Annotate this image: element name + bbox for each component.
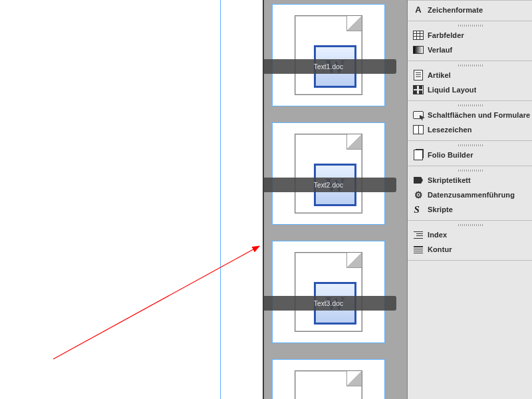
panel-group: Folio Builder bbox=[408, 141, 532, 166]
script-label-icon bbox=[413, 175, 424, 186]
panel-label: Folio Builder bbox=[428, 151, 473, 159]
linked-file-name: Text1.doc bbox=[314, 63, 344, 70]
gradient-icon bbox=[413, 45, 424, 55]
linked-file-frame[interactable]: W Text3.doc bbox=[272, 241, 385, 343]
panel-verlauf[interactable]: Verlauf bbox=[408, 43, 532, 57]
liquid-layout-icon bbox=[413, 84, 424, 95]
document-canvas[interactable] bbox=[0, 0, 263, 399]
panel-grip[interactable] bbox=[408, 103, 532, 108]
word-document-icon: W bbox=[295, 134, 362, 213]
linked-file-caption: Text1.doc bbox=[263, 59, 396, 74]
panel-skripte[interactable]: S Skripte bbox=[408, 202, 532, 217]
panel-label: Datenzusammenführung bbox=[428, 191, 515, 199]
panel-label: Index bbox=[428, 231, 447, 239]
panel-grip[interactable] bbox=[408, 223, 532, 227]
panel-dock: A Zeichenformate Farbfelder Verlauf Arti… bbox=[407, 0, 532, 399]
panel-label: Kontur bbox=[428, 245, 452, 253]
word-document-icon: W bbox=[295, 252, 362, 332]
panel-skriptetikett[interactable]: Skriptetikett bbox=[408, 173, 532, 188]
panel-label: Skriptetikett bbox=[428, 176, 471, 184]
panel-label: Skripte bbox=[428, 205, 453, 213]
scripts-icon: S bbox=[413, 204, 424, 215]
panel-grip[interactable] bbox=[408, 143, 532, 148]
placed-file-frames: W Text1.doc W Text2.doc W Text3.doc W bbox=[272, 4, 385, 399]
linked-file-caption: Text3.doc bbox=[263, 296, 396, 311]
panel-label: Lesezeichen bbox=[428, 126, 472, 134]
linked-file-frame[interactable]: W Text2.doc bbox=[272, 122, 385, 225]
panel-label: Verlauf bbox=[428, 46, 452, 54]
character-styles-icon: A bbox=[413, 5, 424, 15]
linked-file-name: Text2.doc bbox=[314, 182, 344, 189]
panel-label: Farbfelder bbox=[428, 31, 464, 39]
panel-grip[interactable] bbox=[408, 23, 532, 28]
panel-folio-builder[interactable]: Folio Builder bbox=[408, 148, 532, 162]
swatches-icon bbox=[413, 30, 424, 41]
panel-label: Liquid Layout bbox=[428, 86, 476, 94]
panel-grip[interactable] bbox=[408, 168, 532, 173]
linked-file-caption: Text2.doc bbox=[263, 178, 396, 192]
index-icon bbox=[413, 229, 424, 240]
panel-lesezeichen[interactable]: Lesezeichen bbox=[408, 122, 532, 137]
dock-filler bbox=[408, 261, 532, 399]
folio-icon bbox=[413, 150, 424, 160]
linked-file-frame[interactable]: W bbox=[272, 359, 385, 399]
margin-guide bbox=[0, 0, 221, 399]
app-root: W Text1.doc W Text2.doc W Text3.doc W A … bbox=[0, 0, 532, 399]
panel-datenzusammenfuehrung[interactable]: ⚙ Datenzusammenführung bbox=[408, 188, 532, 202]
panel-group: Schaltflächen und Formulare Lesezeichen bbox=[408, 101, 532, 141]
panel-index[interactable]: Index bbox=[408, 227, 532, 242]
word-document-icon: W bbox=[295, 370, 362, 399]
panel-group: Farbfelder Verlauf bbox=[408, 21, 532, 61]
panel-kontur[interactable]: Kontur bbox=[408, 242, 532, 257]
panel-label: Schaltflächen und Formulare bbox=[428, 111, 530, 119]
panel-liquid-layout[interactable]: Liquid Layout bbox=[408, 82, 532, 97]
linked-file-frame[interactable]: W Text1.doc bbox=[272, 4, 385, 106]
panel-grip[interactable] bbox=[408, 63, 532, 68]
panel-farbfelder[interactable]: Farbfelder bbox=[408, 28, 532, 43]
linked-file-name: Text3.doc bbox=[314, 300, 344, 307]
panel-group: A Zeichenformate bbox=[408, 0, 532, 21]
article-icon bbox=[413, 70, 424, 80]
pasteboard-strip[interactable]: W Text1.doc W Text2.doc W Text3.doc W bbox=[263, 0, 407, 399]
data-merge-icon: ⚙ bbox=[413, 190, 424, 200]
panel-label: Zeichenformate bbox=[428, 6, 483, 14]
buttons-forms-icon bbox=[413, 110, 424, 120]
word-document-icon: W bbox=[295, 15, 362, 95]
panel-group: Skriptetikett ⚙ Datenzusammenführung S S… bbox=[408, 166, 532, 221]
page[interactable] bbox=[0, 0, 263, 399]
stroke-icon bbox=[413, 244, 424, 255]
panel-label: Artikel bbox=[428, 71, 451, 79]
panel-group: Index Kontur bbox=[408, 221, 532, 261]
panel-schaltflaechen[interactable]: Schaltflächen und Formulare bbox=[408, 108, 532, 122]
panel-group: Artikel Liquid Layout bbox=[408, 61, 532, 101]
bookmark-icon bbox=[413, 124, 424, 135]
panel-artikel[interactable]: Artikel bbox=[408, 68, 532, 82]
panel-zeichenformate[interactable]: A Zeichenformate bbox=[408, 3, 532, 17]
